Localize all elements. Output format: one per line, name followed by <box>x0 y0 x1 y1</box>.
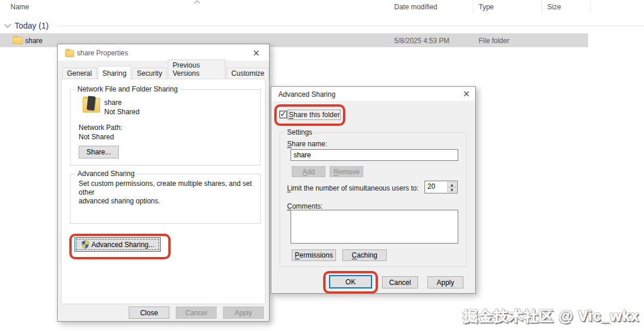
share-name-label: Share name: <box>287 140 327 148</box>
spinner-buttons: ▲ ▼ <box>447 182 457 192</box>
share-name-input[interactable]: share <box>291 149 458 161</box>
permissions-button[interactable]: Permissions <box>292 249 336 261</box>
advanced-title-bar: Advanced Sharing × <box>271 87 475 101</box>
groupbox-title: Network File and Folder Sharing <box>75 85 180 93</box>
cancel-button[interactable]: Cancel <box>382 276 418 288</box>
description-line1: Set custom permissions, create multiple … <box>79 179 252 196</box>
folder-content-thumbnail <box>87 96 95 110</box>
highlight-ring-share-checkbox <box>274 104 345 126</box>
share-folder-thumbnail-icon <box>83 98 100 112</box>
dialog-title: Advanced Sharing <box>278 90 335 98</box>
share-properties-dialog: share Properties × General Sharing Secur… <box>57 44 270 322</box>
tab-sharing[interactable]: Sharing <box>98 66 131 80</box>
dialog-title: share Properties <box>77 49 128 57</box>
comments-label: Comments: <box>287 202 323 210</box>
tab-previous-versions[interactable]: Previous Versions <box>168 59 225 79</box>
cancel-button: Cancel <box>176 307 217 319</box>
close-button[interactable]: Close <box>129 307 169 319</box>
spin-down-icon[interactable]: ▼ <box>447 187 457 192</box>
column-divider[interactable] <box>542 0 542 13</box>
close-icon[interactable]: × <box>249 47 264 59</box>
comments-textarea[interactable] <box>291 210 458 244</box>
tab-security[interactable]: Security <box>132 68 167 79</box>
groupbox-title: Advanced Sharing <box>75 170 137 178</box>
highlight-ring-advanced-sharing <box>69 234 171 259</box>
column-divider[interactable] <box>473 0 473 13</box>
limit-users-spinner[interactable]: 20 ▲ ▼ <box>424 181 458 193</box>
column-header-name[interactable]: Name <box>10 3 29 11</box>
file-date-modified: 5/8/2025 4:53 PM <box>394 37 450 45</box>
advanced-sharing-dialog: Advanced Sharing × ✓ Share this folder S… <box>271 86 476 294</box>
share-button[interactable]: Share... <box>79 146 119 159</box>
file-name: share <box>25 37 43 45</box>
limit-users-value: 20 <box>427 182 435 191</box>
spin-up-icon[interactable]: ▲ <box>447 182 457 187</box>
sort-ascending-icon <box>194 1 200 6</box>
caching-button[interactable]: Caching <box>342 249 387 261</box>
column-header-type[interactable]: Type <box>479 3 494 11</box>
network-path-value: Not Shared <box>79 133 114 141</box>
network-sharing-groupbox: Network File and Folder Sharing share No… <box>70 89 261 165</box>
remove-button: Remove <box>330 166 363 177</box>
description-line2: advanced sharing options. <box>79 197 160 205</box>
advanced-sharing-groupbox: Advanced Sharing Set custom permissions,… <box>70 174 261 224</box>
settings-groupbox: Settings Share name: share Add Remove Li… <box>279 132 467 267</box>
sharing-tab-page: Network File and Folder Sharing share No… <box>61 79 266 304</box>
network-path-label: Network Path: <box>79 124 122 132</box>
highlight-ring-ok-button <box>323 271 378 294</box>
group-header-today[interactable]: Today (1) <box>15 21 48 30</box>
file-explorer-window: Name Date modified Type Size Today (1) s… <box>0 0 644 331</box>
shared-item-name: share <box>104 98 122 107</box>
file-type: File folder <box>479 37 509 45</box>
folder-icon <box>13 37 23 44</box>
group-collapse-chevron-icon[interactable] <box>4 21 10 27</box>
watermark: 掘金技术社区 @ Vic_wkx <box>463 307 640 326</box>
column-header-date-modified[interactable]: Date modified <box>394 3 437 11</box>
apply-button: Apply <box>223 307 264 319</box>
advanced-sharing-description: Set custom permissions, create multiple … <box>79 179 260 206</box>
column-divider[interactable] <box>590 0 591 13</box>
tab-general[interactable]: General <box>62 68 97 79</box>
close-icon[interactable]: × <box>459 88 474 100</box>
folder-icon <box>65 50 74 57</box>
limit-users-label: Limit the number of simultaneous users t… <box>287 184 419 192</box>
tab-customize[interactable]: Customize <box>227 68 269 79</box>
properties-title-bar: share Properties × <box>58 44 269 61</box>
shared-item-status: Not Shared <box>104 108 140 116</box>
add-button: Add <box>292 166 325 177</box>
column-header-size[interactable]: Size <box>547 3 561 11</box>
groupbox-title: Settings <box>285 128 314 136</box>
apply-button[interactable]: Apply <box>427 276 463 288</box>
group-divider <box>58 26 644 26</box>
tab-strip: General Sharing Security Previous Versio… <box>62 66 269 79</box>
